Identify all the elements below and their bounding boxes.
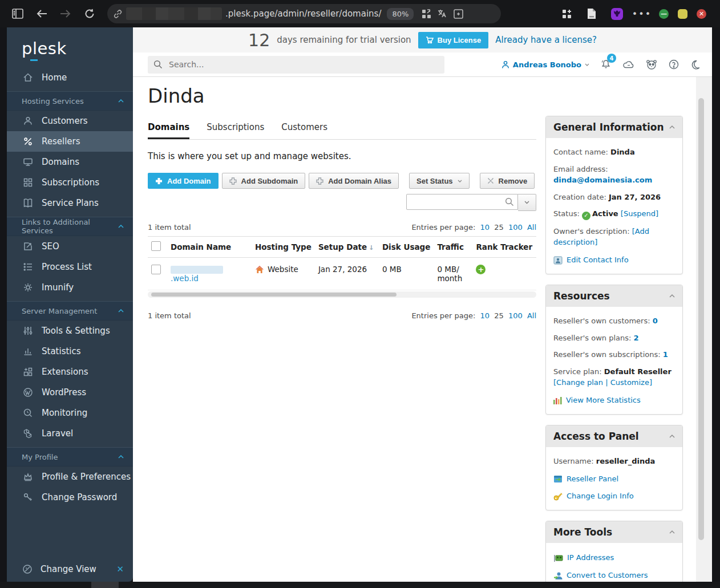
sidebar-item-change-password[interactable]: Change Password [7, 487, 133, 508]
back-icon[interactable] [32, 4, 51, 23]
change-login-info-link[interactable]: Change Login Info [553, 491, 675, 502]
forward-icon[interactable] [56, 4, 75, 23]
domain-link[interactable]: .web.id [171, 274, 199, 283]
panel-header[interactable]: General Information [546, 116, 682, 138]
sidebar-section-hosting-services[interactable]: Hosting Services [7, 91, 133, 111]
tab-subscriptions[interactable]: Subscriptions [207, 122, 264, 139]
col-disk-usage[interactable]: Disk Usage [379, 237, 434, 258]
own-customers-link[interactable]: 0 [653, 317, 658, 325]
horizontal-scrollbar[interactable] [148, 291, 536, 298]
notes-extension-icon[interactable] [584, 6, 600, 22]
help-icon[interactable] [668, 59, 679, 70]
purple-extension-icon[interactable] [609, 6, 625, 22]
translate-icon[interactable] [434, 6, 450, 22]
chevron-up-icon[interactable] [669, 294, 675, 298]
sidebar-item-domains[interactable]: Domains [7, 152, 133, 172]
sidebar-item-service-plans[interactable]: Service Plans [7, 193, 133, 213]
sidebar-toggle-icon[interactable] [8, 4, 27, 23]
horizontal-scrollbar-thumb[interactable] [151, 293, 397, 297]
sidebar-item-change-view[interactable]: Change View ✕ [7, 557, 133, 582]
sidebar-section-my-profile[interactable]: My Profile [7, 447, 133, 467]
ip-addresses-link[interactable]: IP Addresses [553, 553, 675, 563]
split-view-icon[interactable] [450, 6, 466, 22]
panel-header[interactable]: Access to Panel [546, 425, 682, 447]
table-search-input[interactable] [410, 197, 505, 207]
sidebar-section-links-additional[interactable]: Links to Additional Services [7, 217, 133, 236]
buy-license-button[interactable]: Buy License [418, 32, 489, 48]
sidebar-item-process-list[interactable]: Process List [7, 257, 133, 277]
sidebar-item-laravel[interactable]: Laravel [7, 423, 133, 444]
set-status-button[interactable]: Set Status [409, 173, 470, 189]
view-more-statistics-link[interactable]: View More Statistics [553, 395, 675, 406]
sidebar-item-home[interactable]: Home [7, 67, 133, 88]
reload-icon[interactable] [80, 4, 99, 23]
entries-10-link[interactable]: 10 [480, 311, 490, 320]
entries-all-link[interactable]: All [527, 311, 536, 320]
chevron-up-icon[interactable] [669, 125, 675, 129]
tab-domains[interactable]: Domains [148, 122, 189, 139]
browser-menu-icon[interactable]: ••• [634, 6, 650, 22]
search-icon[interactable] [505, 197, 514, 206]
remove-button[interactable]: Remove [480, 173, 535, 189]
entries-100-link[interactable]: 100 [508, 311, 523, 320]
search-input[interactable] [168, 59, 439, 70]
sidebar-item-profile-preferences[interactable]: Profile & Preferences [7, 467, 133, 487]
sidebar-item-resellers[interactable]: Resellers [7, 131, 133, 152]
own-plans-link[interactable]: 2 [634, 334, 639, 342]
entries-100-link[interactable]: 100 [508, 223, 523, 232]
col-traffic[interactable]: Traffic [434, 237, 472, 258]
sidebar-item-subscriptions[interactable]: Subscriptions [7, 172, 133, 193]
sidebar-item-tools-settings[interactable]: Tools & Settings [7, 321, 133, 341]
have-license-link[interactable]: Already have a license? [495, 35, 597, 45]
notifications-bell-icon[interactable]: 4 [600, 59, 612, 70]
window-minimize-button[interactable]: — [659, 9, 669, 19]
add-subdomain-button[interactable]: Add Subdomain [222, 173, 306, 189]
chevron-up-icon[interactable] [669, 530, 675, 534]
dark-mode-moon-icon[interactable] [690, 59, 701, 70]
cloud-icon[interactable] [622, 60, 635, 69]
col-setup-date[interactable]: Setup Date↓ [315, 237, 379, 258]
sidebar-item-wordpress[interactable]: WordPress [7, 382, 133, 403]
add-domain-alias-button[interactable]: Add Domain Alias [309, 173, 399, 189]
reseller-panel-link[interactable]: Reseller Panel [553, 474, 675, 485]
sidebar-item-statistics[interactable]: Statistics [7, 341, 133, 362]
sidebar-item-extensions[interactable]: Extensions [7, 362, 133, 382]
change-plan-customize-link[interactable]: [Change plan | Customize] [553, 378, 652, 387]
reader-mode-icon[interactable] [418, 6, 434, 22]
table-search[interactable] [406, 194, 518, 210]
panel-header[interactable]: More Tools [546, 521, 682, 543]
edit-contact-info-link[interactable]: Edit Contact Info [553, 255, 675, 266]
tab-customers[interactable]: Customers [281, 122, 327, 139]
add-domain-button[interactable]: Add Domain [148, 173, 219, 189]
row-checkbox[interactable] [151, 265, 161, 274]
suspend-link[interactable]: [Suspend] [621, 209, 658, 218]
sidebar-item-imunify[interactable]: Imunify [7, 277, 133, 298]
panel-header[interactable]: Resources [546, 285, 682, 307]
email-link[interactable]: dinda@domainesia.com [553, 176, 652, 184]
own-subscriptions-link[interactable]: 1 [663, 350, 668, 359]
chevron-up-icon[interactable] [669, 435, 675, 438]
col-domain-name[interactable]: Domain Name [167, 237, 252, 258]
rank-tracker-add-icon[interactable]: + [476, 265, 486, 274]
window-close-button[interactable]: ✕ [697, 9, 706, 19]
user-menu[interactable]: Andreas Bonobo [501, 60, 589, 69]
select-all-checkbox[interactable] [151, 241, 161, 251]
col-rank-tracker[interactable]: Rank Tracker [472, 237, 536, 258]
close-icon[interactable]: ✕ [116, 564, 124, 574]
sidebar-item-monitoring[interactable]: Monitoring [7, 403, 133, 423]
col-hosting-type[interactable]: Hosting Type [252, 237, 315, 258]
sidebar-item-customers[interactable]: Customers [7, 111, 133, 131]
window-maximize-button[interactable] [678, 9, 687, 19]
zoom-level-badge[interactable]: 80% [387, 8, 414, 20]
entries-10-link[interactable]: 10 [480, 223, 490, 232]
sidebar-item-seo[interactable]: SEO [7, 236, 133, 257]
page-scrollbar[interactable] [696, 77, 712, 582]
sidebar-section-server-management[interactable]: Server Management [7, 301, 133, 321]
page-scrollbar-thumb[interactable] [698, 98, 704, 540]
global-search[interactable] [148, 56, 444, 74]
entries-all-link[interactable]: All [527, 223, 536, 232]
extensions-menu-icon[interactable] [559, 6, 575, 22]
feedback-panda-icon[interactable] [646, 59, 657, 70]
convert-to-customers-link[interactable]: Convert to Customers [553, 570, 675, 581]
table-search-options-button[interactable] [518, 194, 536, 211]
